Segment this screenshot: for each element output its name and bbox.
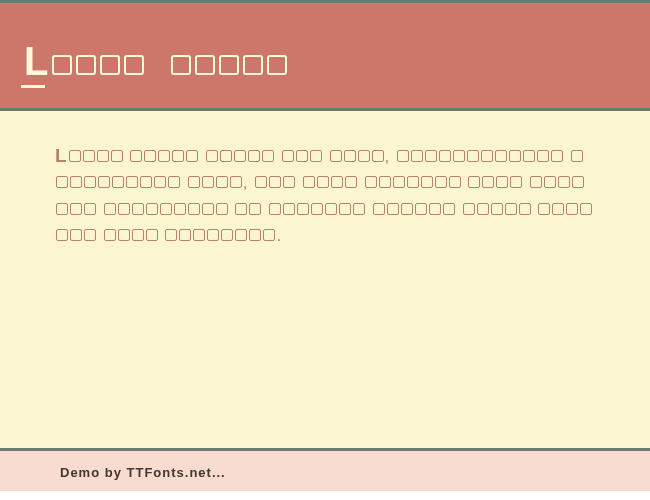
body-section: L , , . — [0, 108, 650, 451]
body-text: L , , . — [55, 141, 595, 249]
body-placeholder-boxes: , , . — [55, 147, 593, 245]
body-first-letter: L — [55, 145, 68, 166]
header: L — [0, 0, 650, 108]
footer-text: Demo by TTFonts.net... — [60, 465, 590, 480]
page-title: L — [24, 39, 626, 84]
title-placeholder-boxes — [50, 44, 289, 82]
title-first-letter: L — [24, 39, 50, 84]
footer: Demo by TTFonts.net... — [0, 451, 650, 491]
